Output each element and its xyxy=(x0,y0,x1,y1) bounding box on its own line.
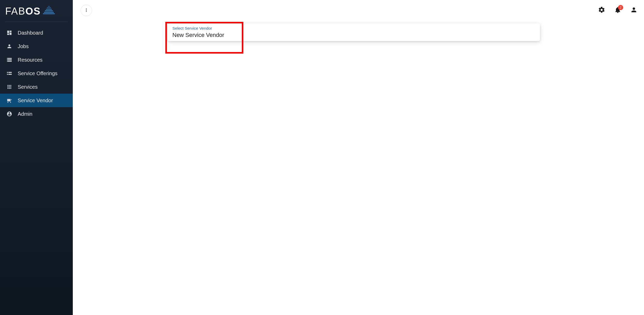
sidebar-item-label: Dashboard xyxy=(18,30,43,36)
svg-rect-2 xyxy=(45,10,53,11)
select-label: Select Service Vendor xyxy=(172,26,535,31)
sidebar-item-label: Service Vendor xyxy=(18,98,53,104)
sidebar-item-jobs[interactable]: Jobs xyxy=(0,40,73,53)
gear-icon xyxy=(598,6,605,15)
account-button[interactable] xyxy=(630,7,638,14)
sidebar: FABOS xyxy=(0,0,73,315)
sidebar-item-admin[interactable]: Admin xyxy=(0,107,73,121)
sidebar-item-label: Service Offerings xyxy=(18,70,57,76)
dashboard-icon xyxy=(6,30,12,36)
sidebar-item-label: Admin xyxy=(18,111,32,117)
sidebar-item-service-offerings[interactable]: Service Offerings xyxy=(0,67,73,80)
svg-rect-0 xyxy=(43,13,55,14)
main-area: 2 Select Service Vendor New Service Vend… xyxy=(73,0,644,315)
notifications-button[interactable]: 2 xyxy=(614,7,622,14)
select-value: New Service Vendor xyxy=(172,32,535,38)
svg-rect-1 xyxy=(44,12,54,12)
sidebar-item-label: Services xyxy=(18,84,38,90)
sidebar-item-service-vendor[interactable]: Service Vendor xyxy=(0,94,73,107)
sidebar-item-label: Jobs xyxy=(18,43,29,49)
content-area: Select Service Vendor New Service Vendor xyxy=(73,21,644,315)
svg-rect-5 xyxy=(48,6,50,7)
settings-button[interactable] xyxy=(598,7,606,14)
person-icon xyxy=(630,6,638,15)
offerings-icon xyxy=(6,70,12,76)
admin-icon xyxy=(6,111,12,117)
sidebar-divider xyxy=(5,22,68,22)
storage-icon xyxy=(6,57,12,63)
sidebar-nav: Dashboard Jobs Resources Service Offerin… xyxy=(0,24,73,121)
topbar: 2 xyxy=(73,0,644,21)
more-vert-icon xyxy=(84,8,89,14)
apps-icon xyxy=(6,84,12,90)
brand-logo-icon xyxy=(43,6,55,17)
select-service-vendor-field[interactable]: Select Service Vendor New Service Vendor xyxy=(168,23,540,41)
sidebar-item-label: Resources xyxy=(18,57,43,63)
notifications-badge: 2 xyxy=(618,5,623,10)
more-menu-button[interactable] xyxy=(81,5,92,16)
svg-rect-3 xyxy=(46,9,52,10)
person-icon xyxy=(6,43,12,49)
sidebar-item-services[interactable]: Services xyxy=(0,80,73,94)
brand-logo[interactable]: FABOS xyxy=(0,0,73,22)
sidebar-item-dashboard[interactable]: Dashboard xyxy=(0,26,73,40)
sidebar-item-resources[interactable]: Resources xyxy=(0,53,73,67)
vendor-icon xyxy=(6,97,12,104)
svg-rect-4 xyxy=(47,7,51,8)
brand-logo-text: FABOS xyxy=(5,6,41,17)
